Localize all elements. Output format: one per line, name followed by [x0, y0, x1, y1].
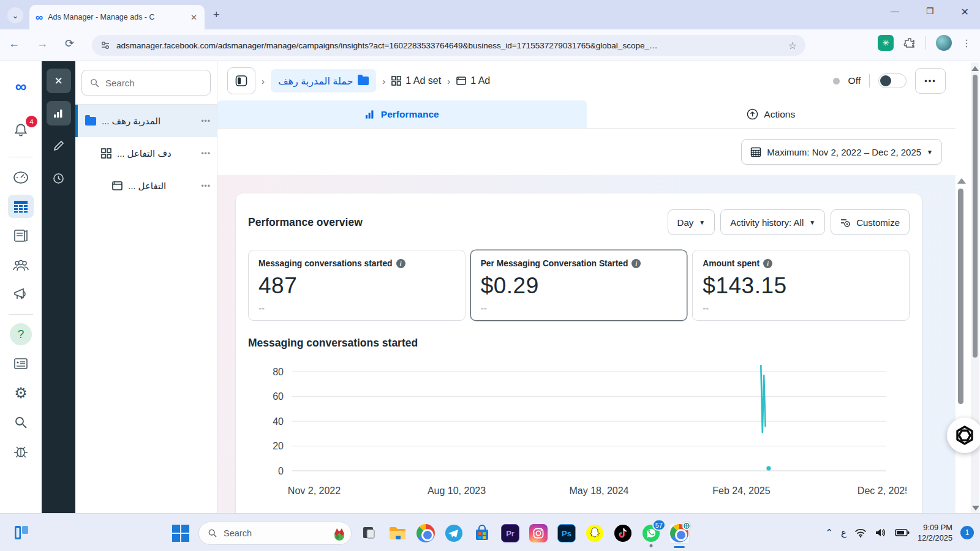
scroll-down-arrow[interactable]	[972, 506, 979, 511]
tree-search-box[interactable]	[81, 70, 211, 96]
file-explorer-icon[interactable]	[387, 523, 408, 544]
notifications-bell-icon[interactable]: 4	[8, 118, 34, 141]
screen: ⌄ ∞ Ads Manager - Manage ads - C ✕ + — ❐…	[0, 0, 980, 551]
search-rail-icon[interactable]	[8, 411, 34, 434]
chrome-active-icon[interactable]	[669, 523, 690, 544]
wifi-icon[interactable]	[854, 528, 867, 538]
customize-sliders-icon	[840, 217, 851, 228]
notification-count-badge[interactable]: 1	[960, 526, 974, 539]
tray-clock[interactable]: 9:09 PM 12/2/2025	[918, 522, 952, 544]
instagram-icon[interactable]	[528, 523, 549, 544]
inner-scrollbar-thumb[interactable]	[958, 189, 963, 404]
photoshop-icon[interactable]: Ps	[556, 523, 577, 544]
row-menu-icon[interactable]: •••	[201, 117, 211, 126]
url-bar[interactable]: adsmanager.facebook.com/adsmanager/manag…	[92, 35, 805, 56]
breadcrumb-chevron-icon: ›	[447, 76, 450, 86]
scrollbar-thumb[interactable]	[973, 75, 978, 358]
language-indicator[interactable]: ع	[841, 527, 846, 538]
more-options-button[interactable]: •••	[915, 68, 946, 94]
page-posts-icon[interactable]	[8, 352, 34, 375]
chrome-icon[interactable]	[415, 523, 436, 544]
back-button[interactable]: ←	[9, 37, 20, 50]
inner-scroll-up-arrow[interactable]	[957, 178, 966, 184]
extension-gpt-icon[interactable]: ✳	[878, 35, 894, 51]
customize-label: Customize	[856, 217, 900, 228]
breadcrumb-ad[interactable]: 1 Ad	[456, 75, 490, 86]
folder-icon	[358, 77, 369, 85]
start-button[interactable]	[170, 523, 191, 544]
tab-actions-label: Actions	[764, 109, 795, 120]
tab-actions[interactable]: Actions	[587, 100, 956, 128]
info-icon[interactable]: i	[763, 259, 772, 268]
tiktok-icon[interactable]	[612, 523, 633, 544]
forward-button[interactable]: →	[37, 37, 48, 50]
edit-pencil-icon[interactable]	[47, 133, 71, 158]
metric-card-conversations[interactable]: Messaging conversations startedi 487 --	[248, 250, 466, 321]
reload-button[interactable]: ⟳	[65, 37, 74, 50]
campaigns-table-icon[interactable]	[8, 195, 34, 218]
help-icon[interactable]: ?	[8, 323, 34, 346]
account-overview-icon[interactable]	[8, 165, 34, 189]
breadcrumb-adset[interactable]: 1 Ad set	[391, 75, 441, 86]
history-clock-icon[interactable]	[47, 166, 71, 190]
info-icon[interactable]: i	[396, 259, 405, 268]
breadcrumb-ad-label: 1 Ad	[470, 75, 490, 86]
widgets-icon[interactable]	[11, 522, 32, 543]
advertise-megaphone-icon[interactable]	[8, 283, 34, 306]
close-panel-button[interactable]: ✕	[47, 69, 71, 93]
window-close-button[interactable]: ✕	[961, 6, 969, 18]
url-text[interactable]: adsmanager.facebook.com/adsmanager/manag…	[116, 41, 782, 50]
window-restore-button[interactable]: ❐	[926, 6, 934, 18]
metric-sub: --	[703, 303, 899, 313]
customize-button[interactable]: Customize	[831, 209, 910, 235]
extensions-puzzle-icon[interactable]	[903, 37, 916, 49]
tree-row-campaign[interactable]: ...المدربة رهف •••	[75, 105, 217, 137]
campaign-toggle[interactable]	[878, 73, 907, 88]
scroll-up-arrow[interactable]	[971, 66, 979, 71]
profile-avatar[interactable]	[936, 35, 952, 51]
breakdown-day-dropdown[interactable]: Day ▼	[668, 209, 715, 235]
breadcrumb-campaign[interactable]: حملة المدربة رهف	[271, 69, 376, 92]
tree-row-ad[interactable]: ...التفاعل •••	[75, 170, 217, 202]
y-axis-tick: 0	[278, 466, 284, 476]
charts-panel-button[interactable]	[47, 101, 71, 126]
metric-label: Messaging conversations started	[258, 259, 393, 268]
taskbar-search[interactable]: Search	[198, 522, 352, 545]
battery-icon[interactable]	[895, 528, 910, 537]
row-menu-icon[interactable]: •••	[201, 182, 211, 190]
tray-chevron-up-icon[interactable]: ⌃	[826, 527, 834, 538]
telegram-icon[interactable]	[443, 523, 464, 544]
chrome-tab-badge	[682, 521, 692, 531]
tree-row-adset[interactable]: ...دف التفاعل •••	[75, 137, 217, 170]
settings-gear-icon[interactable]: ⚙	[8, 381, 34, 405]
tab-performance[interactable]: Performance	[217, 100, 587, 128]
metric-label: Per Messaging Conversation Started	[481, 259, 628, 268]
browser-menu-kebab-icon[interactable]: ⋮	[962, 37, 971, 49]
row-menu-icon[interactable]: •••	[201, 149, 211, 158]
bookmark-star-icon[interactable]: ☆	[788, 40, 797, 51]
volume-icon[interactable]	[875, 528, 887, 538]
tab-search-chevron-icon[interactable]: ⌄	[7, 7, 23, 23]
task-view-icon[interactable]	[359, 523, 380, 544]
activity-history-dropdown[interactable]: Activity history: All ▼	[720, 209, 825, 235]
metric-card-amount-spent[interactable]: Amount spenti $143.15 --	[692, 250, 910, 321]
date-range-dropdown[interactable]: Maximum: Nov 2, 2022 – Dec 2, 2025 ▼	[741, 139, 942, 165]
tab-close-icon[interactable]: ✕	[189, 13, 198, 22]
window-minimize-button[interactable]: —	[891, 6, 899, 18]
meta-logo[interactable]: ∞	[8, 75, 34, 98]
metric-card-cost-per-conversation[interactable]: Per Messaging Conversation Startedi $0.2…	[470, 250, 688, 321]
audiences-icon[interactable]	[8, 253, 34, 277]
ai-assistant-floating-button[interactable]	[947, 418, 980, 453]
whatsapp-icon[interactable]: 57	[641, 523, 662, 544]
collapse-sidebar-button[interactable]	[227, 67, 255, 94]
report-bug-icon[interactable]	[8, 440, 34, 463]
new-tab-button[interactable]: +	[213, 9, 220, 21]
ads-reporting-icon[interactable]	[8, 224, 34, 247]
browser-tab[interactable]: ∞ Ads Manager - Manage ads - C ✕	[29, 5, 205, 29]
premiere-pro-icon[interactable]: Pr	[500, 523, 521, 544]
site-settings-icon[interactable]	[100, 40, 110, 50]
snapchat-icon[interactable]	[584, 523, 605, 544]
microsoft-store-icon[interactable]	[472, 523, 492, 544]
tree-search-input[interactable]	[105, 78, 185, 88]
info-icon[interactable]: i	[631, 259, 641, 268]
